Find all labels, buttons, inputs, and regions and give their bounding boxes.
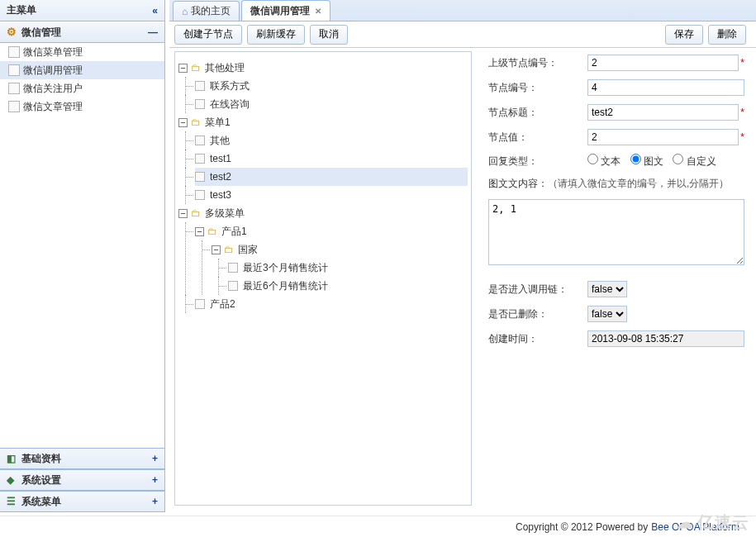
reply-type-label: 回复类型： [488,154,587,169]
sidebar-item-wechat-menu[interactable]: 微信菜单管理 [0,43,164,61]
created-at-input [587,330,744,347]
folder-icon [191,204,203,222]
plus-icon[interactable]: + [152,474,158,486]
document-icon [195,299,205,309]
reply-type-custom[interactable]: 自定义 [673,155,716,167]
tree-node[interactable]: test1 [195,150,468,168]
reply-type-richtext[interactable]: 图文 [630,155,663,167]
tree-node[interactable]: −多级菜单 [178,204,468,222]
collapse-icon[interactable]: − [195,227,204,236]
tree-node-label[interactable]: 国家 [236,240,259,259]
tree-node[interactable]: 最近6个月销售统计 [228,277,468,295]
tree-node[interactable]: 联系方式 [195,77,468,95]
tree-node-label[interactable]: 菜单1 [203,113,232,131]
tree-node[interactable]: 其他 [195,131,468,150]
tree-node[interactable]: 在线咨询 [195,95,468,113]
required-mark: * [740,57,744,69]
close-icon[interactable]: ✕ [315,7,321,16]
is-deleted-select[interactable]: false [587,306,627,322]
cloud-icon [677,513,697,531]
tree-node-label[interactable]: 产品1 [220,222,249,240]
node-value-label: 节点值： [488,131,587,145]
document-icon [228,281,238,291]
menu-icon [7,496,18,507]
document-icon [228,263,238,273]
footer-copyright: Copyright © 2012 Powered by [516,521,648,533]
tree-node-label[interactable]: 最近3个月销售统计 [241,259,330,277]
document-icon [195,135,205,145]
reply-type-text[interactable]: 文本 [587,155,620,167]
footer: Copyright © 2012 Powered by Bee OPOA Pla… [0,516,756,537]
tree-node-label[interactable]: 在线咨询 [208,95,251,113]
richtext-hint: （请填入微信文章的编号，并以,分隔开） [548,177,729,191]
richtext-content-label: 图文文内容： [488,177,548,191]
folder-icon [224,240,236,259]
accordion-title: 系统设置 [21,474,61,486]
accordion-panel-system-menu[interactable]: 系统菜单 + [0,491,164,512]
tree-node-label[interactable]: test1 [208,150,233,168]
tree-node-label[interactable]: 最近6个月销售统计 [241,277,330,295]
accordion-panel-system-settings[interactable]: 系统设置 + [0,469,164,491]
minus-icon[interactable]: — [148,26,158,38]
collapse-icon[interactable]: − [212,245,221,254]
richtext-content-textarea[interactable]: 2, 1 [488,199,744,265]
node-title-input[interactable] [587,104,739,121]
required-mark: * [740,107,744,118]
tree-node-label[interactable]: test2 [208,168,233,186]
accordion-body-wechat: 微信菜单管理 微信调用管理 微信关注用户 微信文章管理 [0,43,164,448]
plus-icon[interactable]: + [152,453,158,464]
tree-node[interactable]: test3 [195,186,468,204]
enter-chain-label: 是否进入调用链： [488,283,587,297]
tree-node[interactable]: −其他处理 [178,59,468,77]
document-icon [195,99,205,109]
parent-id-label: 上级节点编号： [488,56,587,70]
toolbar: 创建子节点 刷新缓存 取消 保存 删除 [169,21,756,48]
tree-node[interactable]: 最近3个月销售统计 [228,259,468,277]
tree-node[interactable]: 产品2 [195,295,468,313]
sidebar-header: 主菜单 « [0,0,164,21]
enter-chain-select[interactable]: false [587,281,627,297]
plus-icon[interactable]: + [152,496,158,507]
tree-panel: −其他处理联系方式在线咨询−菜单1其他test1test2test3−多级菜单−… [174,51,472,506]
sidebar-title: 主菜单 [7,3,36,17]
tree-node-label[interactable]: 产品2 [208,295,237,313]
sidebar-collapse-icon[interactable]: « [152,5,158,17]
document-icon [195,81,205,91]
collapse-icon[interactable]: − [178,209,188,218]
created-at-label: 创建时间： [488,332,587,346]
node-id-input[interactable] [587,79,744,96]
collapse-icon[interactable]: − [178,64,188,73]
sidebar: 主菜单 « 微信管理 — 微信菜单管理 微信调用管理 微信关注用户 微信文章管理… [0,0,165,512]
create-child-button[interactable]: 创建子节点 [174,25,242,45]
tree-node[interactable]: −国家 [212,240,468,259]
accordion-panel-wechat[interactable]: 微信管理 — [0,21,164,43]
refresh-cache-button[interactable]: 刷新缓存 [247,25,305,45]
accordion-panel-basic[interactable]: 基础资料 + [0,448,164,469]
accordion-title: 微信管理 [21,26,61,38]
sidebar-item-wechat-articles[interactable]: 微信文章管理 [0,97,164,116]
tree-node-label[interactable]: 多级菜单 [203,204,246,222]
delete-button[interactable]: 删除 [708,25,746,45]
node-value-input[interactable] [587,129,739,145]
tab-home[interactable]: 我的主页 [173,1,240,21]
parent-id-input[interactable] [587,55,739,71]
collapse-icon[interactable]: − [178,118,188,127]
tab-wechat-invoke[interactable]: 微信调用管理✕ [241,0,330,21]
accordion-title: 系统菜单 [21,496,61,507]
tree-node[interactable]: test2 [195,168,468,186]
watermark: 亿速云 [677,511,749,534]
cancel-button[interactable]: 取消 [310,25,348,45]
tree-node-label[interactable]: 其他处理 [203,59,246,77]
document-icon [195,190,205,200]
tree-node-label[interactable]: 联系方式 [208,77,251,95]
document-icon [195,172,205,182]
sidebar-item-wechat-followers[interactable]: 微信关注用户 [0,79,164,97]
required-mark: * [740,131,744,143]
tree-node-label[interactable]: test3 [208,186,233,204]
save-button[interactable]: 保存 [665,25,703,45]
tab-bar: 我的主页 微信调用管理✕ [169,0,756,21]
tree-node[interactable]: −产品1 [195,222,468,240]
tree-node-label[interactable]: 其他 [208,131,231,150]
sidebar-item-wechat-invoke[interactable]: 微信调用管理 [0,61,164,79]
tree-node[interactable]: −菜单1 [178,113,468,131]
